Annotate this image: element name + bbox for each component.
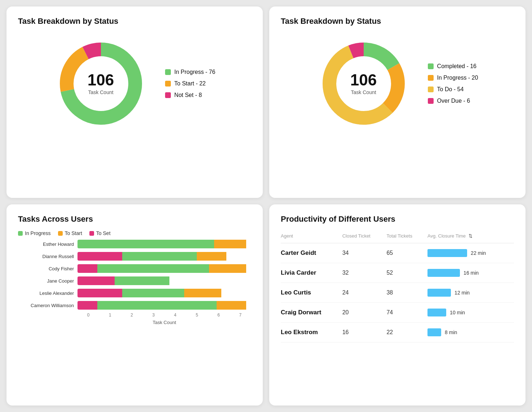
avg-time-label: 10 min	[450, 310, 465, 315]
chart1-section: 106 Task Count In Progress - 76 To Start…	[18, 32, 251, 135]
bar-x-tick: 7	[230, 313, 251, 318]
legend2-item-0: Completed - 16	[428, 63, 478, 70]
closed-tickets: 32	[342, 263, 387, 283]
bar-track	[77, 289, 251, 297]
bar-x-label: Task Count	[77, 320, 251, 325]
bar-track	[77, 240, 251, 248]
legend-dot-not-set	[165, 92, 171, 98]
avg-bar-inline: 10 min	[427, 309, 510, 316]
bar-track	[77, 264, 251, 273]
chart1-title: Task Breakdown by Status	[18, 17, 251, 26]
bar-legend-label-to-set: To Set	[96, 230, 111, 236]
total-tickets: 65	[386, 243, 427, 263]
bar-legend-label-in-progress: In Progress	[25, 230, 51, 236]
legend2-item-2: To Do - 54	[428, 86, 478, 93]
bar-x-tick: 5	[186, 313, 208, 318]
bar-track	[77, 276, 251, 285]
col-avg: Avg. Closure Time ⇅	[427, 230, 514, 243]
bar-row-label: Cody Fisher	[18, 266, 74, 271]
total-tickets: 22	[386, 323, 427, 342]
chart1-number: 106	[88, 72, 114, 88]
legend2-item-3: Over Due - 6	[428, 98, 478, 104]
legend-item-1: To Start - 22	[165, 80, 216, 87]
avg-closure: 10 min	[427, 303, 514, 323]
chart2-center: 106 Task Count	[350, 72, 377, 95]
bar-legend-dot-to-set	[89, 231, 94, 236]
legend2-label-1: In Progress - 20	[437, 75, 478, 81]
bar-segment	[77, 240, 214, 248]
bar-legend-to-set: To Set	[89, 230, 111, 236]
closed-tickets: 24	[342, 283, 387, 303]
bar-row-label: Jane Cooper	[18, 278, 74, 284]
bar-chart-card: Tasks Across Users In Progress To Start …	[6, 204, 263, 406]
avg-bar-fill	[427, 249, 467, 257]
chart2-donut: 106 Task Count	[317, 37, 411, 130]
avg-bar-inline: 12 min	[427, 289, 510, 297]
bar-legend-dot-in-progress	[18, 231, 23, 236]
chart2-number: 106	[350, 72, 377, 88]
legend2-dot-overdue	[428, 98, 434, 104]
avg-closure: 22 min	[427, 243, 514, 263]
bar-track	[77, 301, 251, 310]
bar-x-tick: 2	[121, 313, 143, 318]
chart2-title: Task Breakdown by Status	[281, 17, 514, 26]
total-tickets: 74	[386, 303, 427, 323]
bar-segment	[77, 289, 122, 297]
productivity-title: Productivity of Different Users	[281, 214, 514, 224]
bar-segment	[97, 301, 217, 310]
chart1-center: 106 Task Count	[88, 72, 114, 95]
avg-time-label: 16 min	[464, 270, 479, 276]
bar-x-tick: 1	[99, 313, 121, 318]
bar-segment	[77, 264, 97, 273]
closed-tickets: 16	[342, 323, 387, 342]
bar-legend-label-to-start: To Start	[65, 230, 82, 236]
agent-name: Leo Ekstrom	[281, 323, 342, 342]
bar-x-tick: 6	[208, 313, 230, 318]
avg-time-label: 8 min	[445, 329, 457, 335]
bar-segment	[97, 264, 209, 273]
legend-dot-in-progress	[165, 69, 171, 75]
bar-chart-title: Tasks Across Users	[18, 214, 251, 224]
bar-segment	[122, 289, 184, 297]
bar-x-axis: 01234567	[77, 313, 251, 318]
agent-name: Leo Curtis	[281, 283, 342, 303]
avg-time-label: 22 min	[471, 250, 486, 256]
legend-dot-to-start	[165, 81, 171, 87]
legend-item-0: In Progress - 76	[165, 69, 216, 75]
sort-icon[interactable]: ⇅	[469, 233, 473, 239]
closed-tickets: 34	[342, 243, 387, 263]
legend2-dot-in-progress	[428, 75, 434, 81]
avg-closure: 8 min	[427, 323, 514, 342]
table-row: Craig Dorwart207410 min	[281, 303, 514, 323]
avg-time-label: 12 min	[455, 290, 470, 296]
legend-label-0: In Progress - 76	[174, 69, 216, 75]
avg-bar-inline: 16 min	[427, 269, 510, 277]
bar-legend-dot-to-start	[58, 231, 63, 236]
avg-bar-inline: 8 min	[427, 328, 510, 336]
bar-legend-in-progress: In Progress	[18, 230, 51, 236]
table-header-row: Agent Closed Ticket Total Tickets Avg. C…	[281, 230, 514, 243]
avg-bar-fill	[427, 309, 446, 316]
bar-row-label: Leslie Alexander	[18, 291, 74, 296]
legend-item-2: Not Set - 8	[165, 92, 216, 98]
productivity-card: Productivity of Different Users Agent Cl…	[269, 204, 526, 406]
bar-x-tick: 4	[164, 313, 186, 318]
avg-bar-inline: 22 min	[427, 249, 510, 257]
bar-row: Cameron Williamson	[18, 301, 251, 310]
bar-row-label: Cameron Williamson	[18, 303, 74, 308]
agent-name: Carter Geidt	[281, 243, 342, 263]
col-closed: Closed Ticket	[342, 230, 387, 243]
bar-x-tick: 3	[143, 313, 164, 318]
chart2-label: Task Count	[350, 89, 377, 95]
chart1-donut: 106 Task Count	[54, 37, 148, 130]
bar-segment	[115, 276, 169, 285]
bar-row: Dianne Russell	[18, 252, 251, 261]
legend2-dot-todo	[428, 87, 434, 92]
chart2-legend: Completed - 16 In Progress - 20 To Do - …	[428, 63, 478, 104]
total-tickets: 52	[386, 263, 427, 283]
bar-legend: In Progress To Start To Set	[18, 230, 251, 236]
legend-label-1: To Start - 22	[174, 80, 206, 87]
bar-segment	[77, 276, 115, 285]
legend2-label-0: Completed - 16	[437, 63, 476, 70]
bar-row: Jane Cooper	[18, 276, 251, 285]
